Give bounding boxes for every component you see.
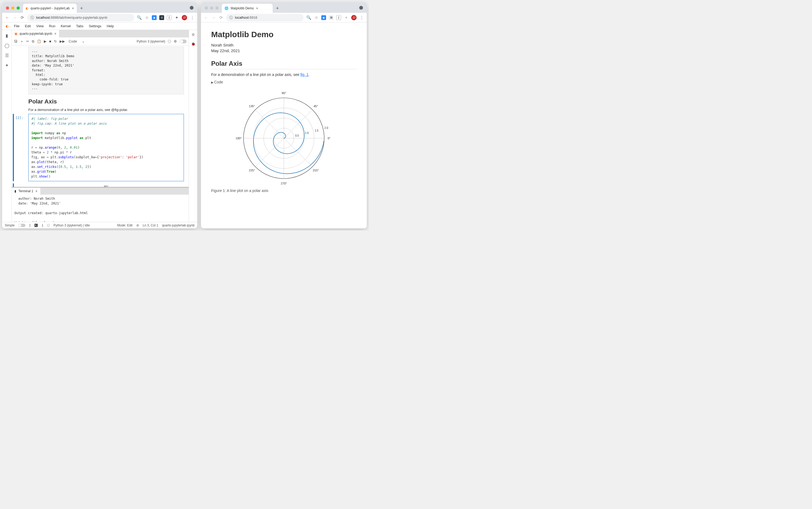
new-tab-button[interactable]: + xyxy=(78,6,85,11)
debugger-sidebar-icon[interactable]: 🐞 xyxy=(191,42,196,46)
close-window-icon[interactable] xyxy=(205,6,208,10)
chevron-down-icon[interactable]: ⌄ xyxy=(82,39,85,43)
terminal-tab[interactable]: ▮ Terminal 1 × xyxy=(12,188,41,195)
extensions-area: 🔍 ☆ ■ ⊞ ▯ ✦ JJ ⋮ xyxy=(137,15,195,20)
menu-run[interactable]: Run xyxy=(47,23,58,29)
profile-indicator-icon[interactable] xyxy=(190,6,193,10)
mode-text[interactable]: Mode: Edit xyxy=(117,224,133,227)
menu-settings[interactable]: Settings xyxy=(86,23,103,29)
jupyter-logo-icon[interactable]: ◐ xyxy=(2,24,12,28)
extensions-icon[interactable]: ✦ xyxy=(5,63,8,68)
minimize-window-icon[interactable] xyxy=(11,6,14,10)
folder-icon[interactable]: ▮ xyxy=(6,33,8,38)
zoom-extension-icon[interactable]: ■ xyxy=(321,15,326,20)
close-tab-icon[interactable]: × xyxy=(256,6,258,10)
terminals-count[interactable]: 1 xyxy=(29,224,31,227)
extensions-puzzle-icon[interactable]: ✦ xyxy=(174,15,179,20)
file-path[interactable]: quarto-jupyterlab.ipynb xyxy=(162,224,195,227)
kernel-toggle[interactable] xyxy=(180,40,186,43)
extension-icon[interactable]: ⊞ xyxy=(329,15,333,20)
reload-icon[interactable]: ⟳ xyxy=(219,15,223,20)
profile-indicator-icon[interactable] xyxy=(359,6,363,10)
maximize-window-icon[interactable] xyxy=(215,6,219,10)
url-input[interactable]: ⓘ localhost:8888/lab/tree/quarto-jupyter… xyxy=(27,14,134,22)
kernels-count[interactable]: 1 xyxy=(41,224,43,227)
terminal-output[interactable]: author: Norah Smith date: 'May 22nd, 202… xyxy=(12,195,189,222)
close-editor-tab-icon[interactable]: × xyxy=(54,32,57,36)
address-bar: ← → ⟳ ⓘ localhost:6916 🔍 ☆ ■ ⊞ ▯ ✦ JJ ⋮ xyxy=(201,13,367,23)
extension-icon[interactable]: ⊞ xyxy=(159,15,164,20)
toc-icon[interactable]: ☰ xyxy=(5,53,9,58)
kernel-status-icon[interactable] xyxy=(47,224,50,227)
close-terminal-tab-icon[interactable]: × xyxy=(35,189,37,193)
menu-tabs[interactable]: Tabs xyxy=(74,23,85,29)
menu-kernel[interactable]: Kernel xyxy=(59,23,73,29)
forward-icon[interactable]: → xyxy=(211,15,216,20)
menu-file[interactable]: File xyxy=(12,23,22,29)
reload-icon[interactable]: ⟳ xyxy=(20,15,25,20)
code-cell[interactable]: [2]: #| label: fig-polar #| fig.cap: A l… xyxy=(28,114,189,181)
menu-view[interactable]: View xyxy=(34,23,46,29)
site-info-icon[interactable]: ⓘ xyxy=(229,15,233,20)
bookmark-icon[interactable]: ☆ xyxy=(144,15,149,20)
chrome-menu-icon[interactable]: ⋮ xyxy=(359,15,364,20)
kernel-status-text[interactable]: Python 3 (ipykernel) | Idle xyxy=(54,224,90,227)
new-tab-button[interactable]: + xyxy=(274,6,281,11)
kernel-status-icon[interactable] xyxy=(168,40,171,43)
save-icon[interactable]: 🖫 xyxy=(14,39,17,43)
bookmark-icon[interactable]: ☆ xyxy=(314,15,319,20)
output-cell: 0°45°90°135°180°225°270°315°0.51.01.52.0 xyxy=(28,183,184,187)
raw-cell[interactable]: --- title: Matplotlib Demo author: Norah… xyxy=(28,46,184,94)
run-icon[interactable]: ▶ xyxy=(44,39,46,43)
zoom-extension-icon[interactable]: ■ xyxy=(152,15,156,20)
cell-type-select[interactable]: Code xyxy=(68,39,81,44)
output-collapse-bar[interactable] xyxy=(13,183,14,187)
property-inspector-icon[interactable]: ⚙ xyxy=(191,33,195,37)
debugger-icon[interactable]: ⚙ xyxy=(174,39,177,43)
simple-toggle[interactable] xyxy=(19,224,25,227)
forward-icon[interactable]: → xyxy=(12,15,17,20)
editor-tab[interactable]: ▣ quarto-jupyterlab.ipynb × xyxy=(12,30,59,37)
rendered-document[interactable]: Matplotlib Demo Norah Smith May 22nd, 20… xyxy=(201,23,367,228)
restart-icon[interactable]: ↻ xyxy=(54,39,57,43)
browser-tab[interactable]: ◐ quarto-jupyterl - JupyterLab × xyxy=(23,4,77,13)
search-icon[interactable]: 🔍 xyxy=(306,15,311,20)
chrome-menu-icon[interactable]: ⋮ xyxy=(190,15,195,20)
fast-forward-icon[interactable]: ▶▶ xyxy=(60,39,65,43)
profile-avatar[interactable]: JJ xyxy=(351,15,357,20)
code-fold-toggle[interactable]: Code xyxy=(211,80,357,84)
maximize-window-icon[interactable] xyxy=(16,6,20,10)
figure-link[interactable]: fig. 1 xyxy=(301,72,309,77)
stop-icon[interactable]: ■ xyxy=(49,39,51,43)
browser-tab[interactable]: 🌐 Matplotlib Demo × xyxy=(222,4,273,13)
profile-avatar[interactable]: JJ xyxy=(182,15,187,20)
cursor-pos[interactable]: Ln 3, Col 1 xyxy=(143,224,158,227)
back-icon[interactable]: ← xyxy=(5,15,10,20)
menu-help[interactable]: Help xyxy=(105,23,116,29)
cut-icon[interactable]: ✂ xyxy=(26,39,29,43)
kernel-label[interactable]: Python 3 (ipykernel) xyxy=(137,40,165,43)
close-tab-icon[interactable]: × xyxy=(72,6,74,10)
add-cell-icon[interactable]: ＋ xyxy=(20,39,24,44)
url-input[interactable]: ⓘ localhost:6916 xyxy=(226,14,304,22)
markdown-cell[interactable]: Polar Axis For a demonstration of a line… xyxy=(28,98,184,112)
close-window-icon[interactable] xyxy=(6,6,9,10)
running-icon[interactable]: ◯ xyxy=(5,43,9,48)
date: May 22nd, 2021 xyxy=(211,48,357,53)
notebook-area[interactable]: --- title: Matplotlib Demo author: Norah… xyxy=(12,45,189,187)
reader-extension-icon[interactable]: ▯ xyxy=(336,15,341,20)
copy-icon[interactable]: ⧉ xyxy=(32,39,34,43)
search-icon[interactable]: 🔍 xyxy=(137,15,142,20)
cell-collapse-bar[interactable] xyxy=(13,114,14,181)
terminal-status-icon[interactable]: $_ xyxy=(34,224,38,227)
reader-extension-icon[interactable]: ▯ xyxy=(167,15,172,20)
paste-icon[interactable]: 📋 xyxy=(37,39,41,43)
site-info-icon[interactable]: ⓘ xyxy=(31,15,34,20)
editor-tab-label: quarto-jupyterlab.ipynb xyxy=(20,32,52,36)
back-icon[interactable]: ← xyxy=(204,15,209,20)
menu-edit[interactable]: Edit xyxy=(23,23,33,29)
code-editor[interactable]: #| label: fig-polar #| fig.cap: A line p… xyxy=(28,114,184,181)
extensions-puzzle-icon[interactable]: ✦ xyxy=(344,15,349,20)
minimize-window-icon[interactable] xyxy=(210,6,213,10)
notification-icon[interactable]: ⊘ xyxy=(136,224,139,227)
